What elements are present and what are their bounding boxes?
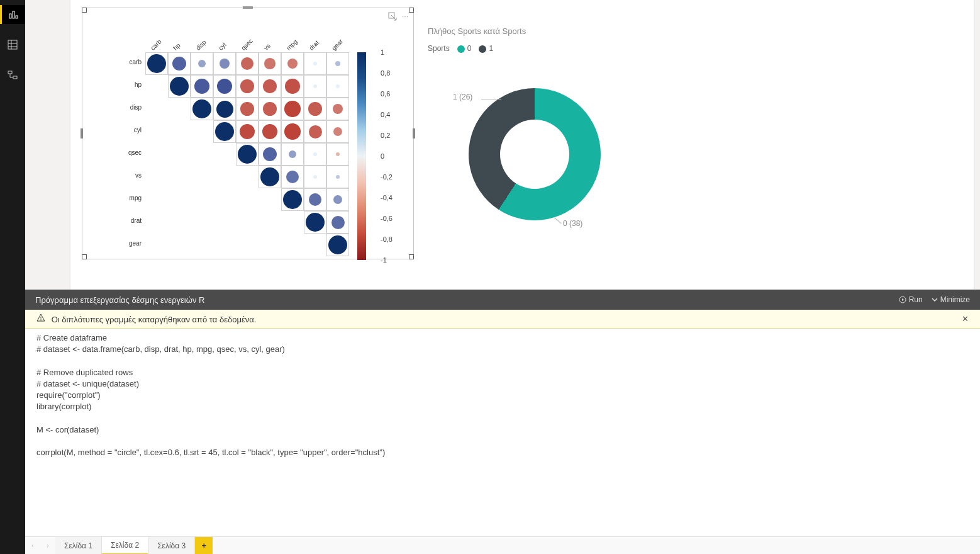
corr-cell [328,235,347,254]
axis-label: disp [194,38,208,52]
corr-cell [263,147,277,161]
axis-label: carb [116,59,142,65]
axis-label: carb [149,38,163,52]
view-rail [0,0,25,554]
corr-cell [335,61,340,66]
corr-cell [313,175,317,179]
axis-label: drat [116,217,142,224]
svg-rect-3 [8,40,17,49]
corr-cell [264,58,275,69]
warning-icon [36,315,48,324]
axis-label: cyl [116,127,142,133]
axis-label: mpg [116,195,142,201]
corr-cell [220,59,230,69]
donut-slice-label-1: 1 (26) [453,93,472,101]
warning-bar: Οι διπλότυπες γραμμές καταργήθηκαν από τ… [25,310,980,329]
corr-cell [147,54,166,73]
corr-cell [313,62,317,65]
corr-cell [336,84,340,88]
legend-swatch-0 [457,45,465,53]
corr-cell [198,60,206,67]
axis-label: hp [172,42,182,52]
corr-cell [306,213,325,232]
corr-cell [263,79,277,93]
corr-cell [260,167,279,186]
run-script-button[interactable]: Run [899,295,923,304]
corr-cell [170,77,189,96]
svg-rect-1 [13,11,14,18]
corr-cell [240,79,253,93]
corr-cell [240,124,255,139]
corr-cell [194,79,209,94]
svg-rect-0 [9,14,11,18]
axis-label: cyl [217,42,227,52]
donut-legend[interactable]: Sports 0 1 [428,44,493,53]
page-tab[interactable]: Σελίδα 2 [102,537,148,555]
corr-cell [262,124,277,139]
report-view-icon[interactable] [0,5,25,24]
axis-label: vs [116,172,142,179]
axis-label: hp [116,81,142,88]
script-title: Πρόγραμμα επεξεργασίας δέσμης ενεργειών … [35,295,204,305]
axis-label: gear [116,240,142,247]
axis-label: mpg [285,38,299,52]
prev-page-button[interactable]: ‹ [25,537,40,555]
corr-cell [284,101,301,117]
colorbar [357,52,366,260]
corr-cell [241,57,253,70]
page-tab[interactable]: Σελίδα 1 [55,537,102,555]
model-view-icon[interactable] [0,65,25,84]
warning-text: Οι διπλότυπες γραμμές καταργήθηκαν από τ… [52,315,257,324]
axis-label: vs [262,42,272,52]
axis-label: drat [308,39,320,52]
corr-cell [308,102,321,115]
corr-cell [240,102,253,115]
close-warning-button[interactable]: ✕ [962,314,969,324]
corr-cell [313,84,317,88]
svg-rect-7 [8,71,12,74]
corr-cell [215,122,234,141]
corr-cell [286,171,299,183]
corr-cell [284,123,301,140]
corr-cell [285,79,299,93]
donut-title: Πλήθος Sports κατά Sports [428,26,526,36]
corr-cell [238,145,257,164]
corr-cell [313,152,317,156]
corr-cell [192,99,211,118]
add-page-button[interactable]: + [195,537,213,555]
corr-cell [216,101,233,118]
r-script-header: Πρόγραμμα επεξεργασίας δέσμης ενεργειών … [25,290,980,310]
corr-cell [309,125,322,138]
data-view-icon[interactable] [0,35,25,54]
legend-title: Sports [428,44,450,53]
axis-label: qsec [240,37,254,52]
corr-cell [263,102,276,115]
corr-cell [283,190,302,209]
donut-slice-label-0: 0 (38) [563,219,582,228]
axis-label: disp [116,104,142,111]
corr-cell [331,216,345,229]
svg-rect-2 [16,16,18,18]
axis-label: qsec [116,149,142,156]
legend-swatch-1 [479,45,486,53]
donut-chart[interactable] [469,88,601,220]
report-canvas[interactable]: ··· carbhpdispcylqsecvsmpgdratgearcarbhp… [25,0,980,290]
page-tab[interactable]: Σελίδα 3 [148,537,195,555]
axis-label: gear [330,38,344,52]
minimize-script-button[interactable]: Minimize [932,295,970,304]
next-page-button[interactable]: › [40,537,55,555]
r-visual-corrplot[interactable]: ··· carbhpdispcylqsecvsmpgdratgearcarbhp… [82,8,414,259]
page-tabs: ‹ › Σελίδα 1Σελίδα 2Σελίδα 3 + [25,536,980,554]
svg-rect-8 [13,76,17,79]
svg-point-14 [40,319,42,320]
r-script-editor[interactable]: # Create dataframe # dataset <- data.fra… [25,329,980,536]
